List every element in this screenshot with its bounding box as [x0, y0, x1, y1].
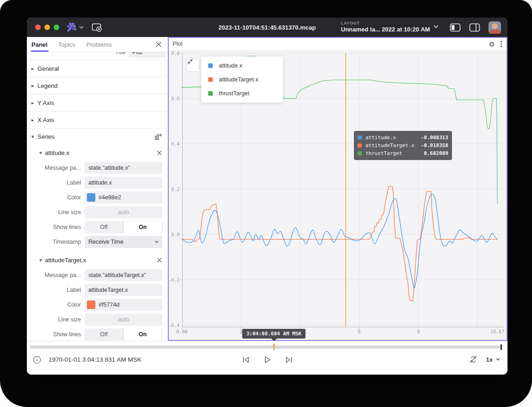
field-color: Color #4e98e2 — [27, 190, 167, 205]
seek-end-marker — [501, 344, 502, 350]
message-path-input[interactable]: state."attitude.x" — [85, 162, 162, 174]
svg-text:0.2: 0.2 — [171, 187, 179, 192]
loop-playback-button[interactable] — [469, 355, 478, 364]
playback-speed-select[interactable]: 1x — [486, 356, 500, 363]
tooltip-swatch — [358, 143, 362, 148]
play-icon — [263, 356, 272, 364]
add-panel-icon — [91, 22, 102, 32]
right-sidebar-icon — [469, 23, 480, 32]
panel-settings-button[interactable]: ⚙ — [489, 41, 495, 48]
color-input[interactable]: #f5774d — [85, 299, 162, 311]
legend-item[interactable]: attitudeTarget.x — [201, 73, 283, 86]
show-lines-on-button[interactable]: On — [123, 328, 162, 340]
add-series-icon — [155, 133, 162, 141]
svg-text:-0.4: -0.4 — [169, 323, 179, 328]
legend-item[interactable]: thrustTarget — [201, 86, 283, 100]
tooltip-row: thrustTarget0.682089 — [358, 149, 448, 157]
series-attitudeTarget-x-header[interactable]: ▾ attitudeTarget.x — [27, 252, 167, 268]
layout-switcher[interactable]: LAYOUT Unnamed la... 2022 at 10:20 AM — [341, 20, 439, 33]
remove-series-button[interactable] — [157, 150, 162, 155]
titlebar: 2023-11-10T04:51:45.631370.mcap LAYOUT U… — [27, 18, 507, 37]
series-line-attitude.x — [182, 194, 497, 288]
section-x-axis[interactable]: ▸ X Axis — [27, 111, 167, 128]
add-panel-button[interactable] — [91, 22, 102, 32]
show-lines-off-button[interactable]: Off — [85, 221, 123, 233]
tooltip-swatch — [358, 151, 362, 155]
timestamp-select[interactable]: Receive Time — [85, 236, 162, 248]
color-swatch[interactable] — [87, 193, 95, 202]
caret-down-icon: ▾ — [31, 134, 37, 140]
label-input[interactable]: attitudeTarget.x — [85, 284, 162, 296]
setting-row-title-clipped: Title Plot — [27, 52, 167, 60]
message-path-input[interactable]: state."attitudeTarget.x" — [85, 269, 162, 281]
field-label: Label attitudeTarget.x — [27, 283, 167, 297]
close-icon — [157, 258, 162, 263]
tab-panel[interactable]: Panel — [31, 41, 48, 48]
tab-topics[interactable]: Topics — [58, 41, 75, 48]
active-tab-indicator — [31, 50, 49, 52]
close-window-button[interactable] — [35, 25, 41, 30]
title-field-label: Title — [27, 52, 126, 56]
window-controls — [35, 25, 59, 30]
remove-series-button[interactable] — [157, 258, 162, 263]
plot-panel-header: Plot ⚙ — [169, 38, 507, 50]
field-timestamp: Timestamp Receive Time — [27, 234, 167, 249]
plot-chart-area[interactable]: 0.80.60.40.20.0-0.2-0.40.00246810.67 att… — [169, 50, 507, 340]
field-message-path: Message pa... state."attitudeTarget.x" — [27, 268, 167, 283]
info-icon — [33, 356, 41, 364]
field-color: Color #f5774d — [27, 297, 167, 312]
section-y-axis[interactable]: ▸ Y Axis — [27, 94, 167, 111]
panel-menu-button[interactable] — [500, 40, 503, 48]
caret-right-icon: ▸ — [31, 100, 37, 106]
svg-text:6: 6 — [358, 329, 361, 334]
plot-panel[interactable]: Plot ⚙ 0.80.60.40.20.0-0.2-0.40.00246810… — [168, 37, 507, 341]
line-size-input[interactable]: auto — [85, 314, 162, 326]
caret-right-icon: ▸ — [31, 66, 37, 72]
field-show-lines: Show lines Off On — [27, 220, 167, 234]
left-sidebar-toggle-button[interactable] — [450, 23, 461, 32]
left-sidebar-icon — [450, 23, 461, 32]
chevron-down-icon — [433, 25, 439, 28]
loop-off-icon — [469, 355, 478, 364]
color-input[interactable]: #4e98e2 — [85, 191, 162, 204]
seek-bar[interactable] — [30, 345, 502, 349]
section-general[interactable]: ▸ General — [27, 60, 167, 77]
caret-right-icon: ▸ — [31, 117, 37, 123]
show-lines-off-button[interactable]: Off — [85, 328, 123, 340]
seek-to-end-button[interactable] — [283, 354, 295, 366]
app-menu-button[interactable] — [66, 22, 84, 33]
show-lines-on-button[interactable]: On — [123, 221, 162, 233]
plot-panel-title: Plot — [173, 41, 183, 47]
section-series[interactable]: ▾ Series — [27, 128, 167, 145]
close-icon — [157, 150, 162, 155]
legend-item[interactable]: attitude.x — [201, 59, 283, 73]
tab-problems[interactable]: Problems — [87, 41, 112, 48]
seek-playhead-marker[interactable] — [273, 344, 275, 351]
foxglove-logo-icon — [66, 22, 78, 33]
title-field-input[interactable]: Plot — [129, 52, 166, 58]
chevron-down-icon — [79, 26, 84, 29]
close-sidebar-button[interactable] — [155, 41, 162, 48]
seek-time-tooltip: 3:04:08.684 AM MSK — [242, 329, 305, 339]
field-line-size: Line size auto — [27, 205, 167, 220]
label-input[interactable]: attitude.x — [85, 177, 162, 189]
legend-label: attitudeTarget.x — [219, 76, 258, 83]
add-series-button[interactable] — [155, 133, 162, 141]
play-button[interactable] — [261, 354, 273, 366]
field-message-path: Message pa... state."attitude.x" — [27, 160, 167, 175]
line-size-input[interactable]: auto — [85, 206, 162, 218]
minimize-window-button[interactable] — [44, 25, 50, 30]
color-swatch[interactable] — [87, 301, 95, 309]
data-source-info-button[interactable] — [32, 355, 42, 364]
user-avatar[interactable] — [489, 21, 501, 34]
seek-to-start-button[interactable] — [240, 354, 252, 366]
hover-values-tooltip: attitude.x-0.008313attitudeTarget.x-0.01… — [354, 131, 452, 160]
section-legend[interactable]: ▸ Legend — [27, 77, 167, 94]
tooltip-row: attitude.x-0.008313 — [358, 134, 448, 142]
series-attitude-x-header[interactable]: ▾ attitude.x — [27, 145, 167, 160]
zoom-window-button[interactable] — [54, 25, 59, 30]
right-sidebar-toggle-button[interactable] — [469, 23, 480, 32]
collapse-legend-button[interactable] — [186, 58, 199, 72]
legend-swatch — [208, 63, 213, 68]
app-window: 2023-11-10T04:51:45.631370.mcap LAYOUT U… — [27, 18, 507, 375]
